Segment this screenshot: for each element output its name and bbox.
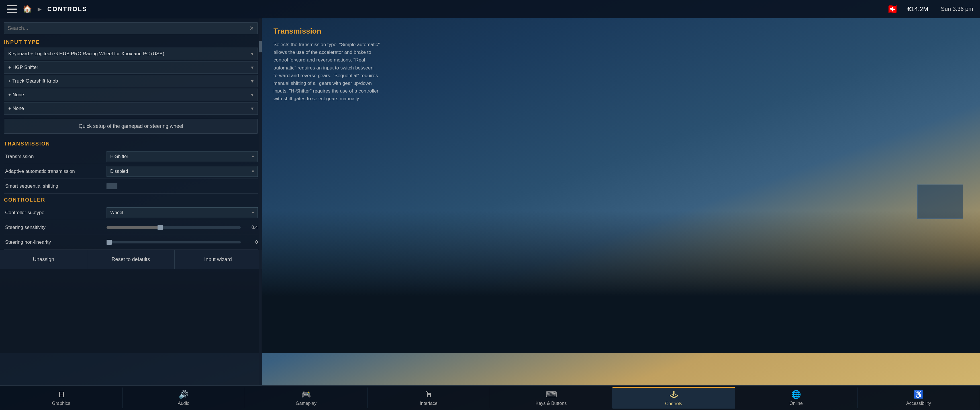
input-row-chevron: ▾ bbox=[251, 64, 253, 71]
dropdown-chevron-icon: ▾ bbox=[252, 210, 254, 215]
home-icon[interactable]: 🏠 bbox=[23, 5, 32, 13]
input-row-chevron: ▾ bbox=[251, 78, 253, 84]
slider-fill bbox=[107, 226, 160, 229]
smart-shifting-row: Smart sequential shifting bbox=[4, 179, 258, 194]
steering-sensitivity-label: Steering sensitivity bbox=[4, 225, 107, 230]
nav-label-controls: Controls bbox=[665, 401, 682, 406]
input-row-chevron: ▾ bbox=[251, 105, 253, 111]
transmission-row: Transmission H-Shifter ▾ bbox=[4, 149, 258, 164]
bottom-actions: Unassign Reset to defaults Input wizard bbox=[0, 250, 262, 269]
decoration-box bbox=[917, 184, 963, 219]
scrollbar-thumb[interactable] bbox=[259, 41, 262, 52]
nav-item-gameplay[interactable]: 🎮 Gameplay bbox=[245, 388, 368, 408]
nav-item-online[interactable]: 🌐 Online bbox=[735, 388, 858, 408]
slider-thumb[interactable] bbox=[158, 225, 163, 230]
input-row[interactable]: + None ▾ bbox=[4, 102, 258, 115]
controller-subtype-row: Controller subtype Wheel ▾ bbox=[4, 205, 258, 220]
interface-icon: 🖱 bbox=[425, 390, 433, 399]
dropdown-chevron-icon: ▾ bbox=[252, 168, 254, 174]
nav-label-interface: Interface bbox=[420, 401, 437, 406]
nav-item-graphics[interactable]: 🖥 Graphics bbox=[0, 388, 123, 408]
search-clear-icon[interactable]: ✕ bbox=[249, 25, 254, 32]
quick-setup-button[interactable]: Quick setup of the gamepad or steering w… bbox=[4, 119, 258, 133]
transmission-section: Transmission H-Shifter ▾ Adaptive automa… bbox=[0, 149, 262, 194]
controller-subtype-dropdown[interactable]: Wheel ▾ bbox=[107, 207, 258, 218]
adaptive-dropdown[interactable]: Disabled ▾ bbox=[107, 166, 258, 177]
input-type-list: Keyboard + Logitech G HUB PRO Racing Whe… bbox=[0, 48, 262, 115]
steering-nonlinearity-control: 0 bbox=[107, 240, 258, 245]
input-row[interactable]: + HGP Shifter ▾ bbox=[4, 61, 258, 74]
nav-label-online: Online bbox=[789, 401, 802, 406]
input-row[interactable]: Keyboard + Logitech G HUB PRO Racing Whe… bbox=[4, 48, 258, 60]
nav-label-graphics: Graphics bbox=[52, 401, 70, 406]
input-row[interactable]: + Truck Gearshift Knob ▾ bbox=[4, 75, 258, 87]
nav-item-interface[interactable]: 🖱 Interface bbox=[368, 388, 490, 408]
adaptive-transmission-row: Adaptive automatic transmission Disabled… bbox=[4, 164, 258, 179]
graphics-icon: 🖥 bbox=[57, 390, 65, 399]
time-display: Sun 3:36 pm bbox=[941, 6, 973, 12]
menu-icon[interactable] bbox=[7, 5, 17, 13]
slider-thumb[interactable] bbox=[107, 240, 112, 245]
transmission-header: TRANSMISSION bbox=[0, 138, 262, 149]
left-panel: ✕ INPUT TYPE Keyboard + Logitech G HUB P… bbox=[0, 18, 262, 385]
content-area: ✕ INPUT TYPE Keyboard + Logitech G HUB P… bbox=[0, 18, 980, 385]
input-row[interactable]: + None ▾ bbox=[4, 89, 258, 101]
breadcrumb-chevron: ▶ bbox=[38, 6, 41, 12]
steering-nonlinearity-row: Steering non-linearity 0 bbox=[4, 235, 258, 250]
unassign-button[interactable]: Unassign bbox=[0, 250, 87, 269]
keys-buttons-icon: ⌨ bbox=[546, 390, 557, 399]
steering-nonlinearity-label: Steering non-linearity bbox=[4, 240, 107, 245]
nav-item-keys-buttons[interactable]: ⌨ Keys & Buttons bbox=[490, 388, 612, 408]
smart-shifting-toggle[interactable] bbox=[107, 183, 118, 189]
smart-shifting-label: Smart sequential shifting bbox=[4, 183, 107, 189]
nav-label-gameplay: Gameplay bbox=[296, 401, 317, 406]
slider-track bbox=[107, 241, 241, 243]
nav-item-audio[interactable]: 🔊 Audio bbox=[123, 388, 245, 408]
online-icon: 🌐 bbox=[791, 390, 801, 399]
transmission-dropdown[interactable]: H-Shifter ▾ bbox=[107, 151, 258, 162]
right-panel: Transmission Selects the transmission ty… bbox=[262, 18, 980, 385]
controller-header: CONTROLLER bbox=[0, 194, 262, 205]
nav-item-controls[interactable]: 🕹 Controls bbox=[612, 387, 735, 408]
controller-section: Controller subtype Wheel ▾ Steering sens… bbox=[0, 205, 262, 250]
controller-subtype-label: Controller subtype bbox=[4, 210, 107, 216]
steering-nonlinearity-slider[interactable]: 0 bbox=[107, 240, 258, 245]
topbar: 🏠 ▶ CONTROLS 🇨🇭 €14.2M Sun 3:36 pm bbox=[0, 0, 980, 18]
adaptive-control: Disabled ▾ bbox=[107, 166, 258, 177]
smart-shifting-control bbox=[107, 183, 258, 189]
transmission-label: Transmission bbox=[4, 154, 107, 159]
adaptive-label: Adaptive automatic transmission bbox=[4, 168, 107, 174]
search-input[interactable] bbox=[8, 25, 249, 31]
steering-sensitivity-row: Steering sensitivity 0.4 bbox=[4, 220, 258, 235]
bottom-nav: 🖥 Graphics 🔊 Audio 🎮 Gameplay 🖱 Interfac… bbox=[0, 385, 980, 410]
nav-label-accessibility: Accessibility bbox=[906, 401, 931, 406]
dropdown-chevron-icon: ▾ bbox=[252, 154, 254, 159]
input-wizard-button[interactable]: Input wizard bbox=[175, 250, 262, 269]
audio-icon: 🔊 bbox=[179, 390, 189, 399]
steering-sensitivity-slider[interactable]: 0.4 bbox=[107, 225, 258, 230]
search-bar: ✕ bbox=[4, 22, 258, 34]
nav-label-keys-buttons: Keys & Buttons bbox=[536, 401, 566, 406]
steering-nonlinearity-value: 0 bbox=[243, 240, 258, 245]
input-row-chevron: ▾ bbox=[251, 92, 253, 98]
input-type-header: INPUT TYPE bbox=[0, 36, 262, 48]
controller-subtype-control: Wheel ▾ bbox=[107, 207, 258, 218]
nav-item-accessibility[interactable]: ♿ Accessibility bbox=[858, 388, 980, 408]
reset-defaults-button[interactable]: Reset to defaults bbox=[87, 250, 174, 269]
slider-track bbox=[107, 226, 241, 229]
nav-label-audio: Audio bbox=[178, 401, 189, 406]
steering-sensitivity-control: 0.4 bbox=[107, 225, 258, 230]
right-panel-description: Selects the transmission type. "Simple a… bbox=[274, 41, 382, 103]
country-flag: 🇨🇭 bbox=[887, 4, 898, 14]
breadcrumb-controls: CONTROLS bbox=[47, 5, 87, 13]
input-row-chevron: ▾ bbox=[251, 51, 253, 57]
gameplay-icon: 🎮 bbox=[301, 390, 311, 399]
accessibility-icon: ♿ bbox=[914, 390, 924, 399]
transmission-control: H-Shifter ▾ bbox=[107, 151, 258, 162]
scrollbar-track bbox=[259, 18, 262, 385]
right-panel-title: Transmission bbox=[274, 27, 969, 36]
steering-sensitivity-value: 0.4 bbox=[243, 225, 258, 230]
controls-icon: 🕹 bbox=[670, 390, 678, 399]
money-display: €14.2M bbox=[907, 5, 928, 13]
